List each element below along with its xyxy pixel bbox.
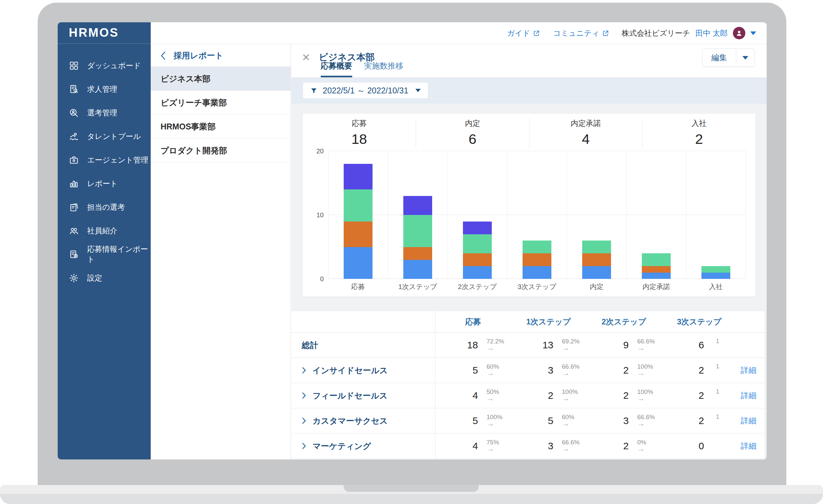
report-item-1[interactable]: ビズリーチ事業部	[151, 91, 291, 115]
laptop-base-notch	[344, 485, 479, 492]
external-link-icon	[602, 30, 609, 37]
user-name[interactable]: 田中 太郎	[695, 28, 728, 38]
x-axis-label: 内定承諾	[626, 282, 686, 291]
value-cell-3: 61	[661, 339, 737, 351]
chart-band-0: 応募	[328, 151, 388, 279]
back-chevron-icon[interactable]	[161, 51, 166, 60]
bar-segment	[642, 253, 671, 266]
tab-0[interactable]: 応募概要	[321, 61, 352, 77]
sidebar-item-settings[interactable]: 設定	[58, 266, 151, 290]
row-label[interactable]: フィールドセールス	[313, 390, 387, 401]
right-arrow-icon: →	[637, 419, 655, 427]
expand-chevron-icon[interactable]	[302, 443, 306, 449]
stat-label: 入社	[692, 118, 707, 129]
sidebar-item-job-management[interactable]: 求人管理	[58, 77, 151, 101]
bar-segment	[403, 196, 432, 215]
user-menu-caret-icon[interactable]	[750, 31, 756, 35]
sidebar-item-label: ダッシュボード	[87, 61, 141, 71]
right-arrow-icon: →	[562, 445, 580, 453]
edit-button[interactable]: 編集	[702, 49, 736, 66]
report-item-3[interactable]: プロダクト開発部	[151, 139, 291, 163]
detail-link[interactable]: 詳細	[741, 391, 757, 400]
y-axis-tick-20: 20	[309, 148, 324, 155]
x-axis-label: 応募	[328, 282, 388, 291]
detail-link[interactable]: 詳細	[741, 442, 757, 450]
y-axis-tick-0: 0	[309, 275, 324, 283]
detail-link[interactable]: 詳細	[741, 416, 757, 425]
bar-segment	[523, 253, 551, 266]
detail-link[interactable]: 詳細	[741, 366, 757, 374]
report-item-2[interactable]: HRMOS事業部	[151, 115, 291, 139]
tab-1[interactable]: 実施数推移	[364, 61, 403, 77]
sidebar-item-label: 社員紹介	[87, 226, 117, 236]
bar-segment	[523, 266, 551, 279]
row-label-cell: マーケティング	[291, 434, 436, 459]
conversion-rate: 75%→	[487, 439, 499, 453]
x-axis-label: 2次ステップ	[448, 282, 507, 291]
date-range-filter[interactable]: 2022/5/1 ～ 2022/10/31	[303, 82, 428, 98]
content-area: 応募18内定6内定承諾4入社2 01020応募1次ステップ2次ステップ3次ステッ…	[291, 104, 767, 460]
bar-segment	[642, 266, 671, 273]
right-arrow-icon: →	[637, 445, 646, 453]
report-item-label: HRMOS事業部	[161, 121, 215, 132]
row-label-cell: 総計	[291, 333, 436, 357]
report-panel-header: 採用レポート	[151, 44, 291, 67]
table-row-4: マーケティング475%→366.6%→20%→0詳細	[291, 434, 764, 459]
value-cell-2: 2100%→	[586, 363, 661, 377]
sidebar-item-screening-management[interactable]: 選考管理	[58, 101, 151, 125]
close-icon[interactable]: ✕	[302, 52, 310, 62]
table-row-1: インサイドセールス560%→366.6%→2100%→21詳細	[291, 358, 764, 383]
count-value: 2	[661, 390, 704, 401]
conversion-rate: 0%→	[637, 439, 646, 453]
sidebar-item-report[interactable]: レポート	[58, 172, 151, 195]
edit-menu-button[interactable]	[736, 49, 755, 66]
sidebar-item-agent-management[interactable]: エージェント管理	[58, 148, 151, 172]
count-value: 6	[661, 339, 704, 351]
value-cell-3: 21	[661, 415, 737, 426]
right-arrow-icon: →	[562, 419, 574, 427]
sidebar-item-application-import[interactable]: 応募情報インポート	[58, 242, 151, 266]
right-arrow-icon: →	[487, 369, 499, 377]
x-axis-label: 内定	[567, 282, 626, 291]
chart-band-4: 内定	[567, 151, 626, 279]
conversion-rate: 60%→	[562, 414, 574, 427]
count-value: 0	[661, 441, 704, 452]
filter-funnel-icon	[310, 87, 317, 94]
detail-cell: 詳細	[737, 441, 764, 451]
row-label[interactable]: インサイドセールス	[313, 365, 388, 376]
community-link[interactable]: コミュニティ	[553, 28, 609, 38]
stat-label: 内定	[465, 118, 480, 129]
expand-chevron-icon[interactable]	[302, 417, 306, 424]
report-item-0[interactable]: ビジネス本部	[151, 67, 291, 91]
count-value: 18	[436, 339, 478, 351]
row-label[interactable]: カスタマーサクセス	[313, 415, 388, 426]
sidebar-item-dashboard[interactable]: ダッシュボード	[58, 54, 151, 77]
chart-band-2: 2次ステップ	[448, 151, 507, 279]
report-icon	[69, 179, 79, 189]
stat-1: 内定6	[416, 118, 529, 148]
caret-down-icon	[743, 56, 748, 60]
sidebar-item-talent-pool[interactable]: タレントプール	[58, 125, 151, 148]
conversion-rate: 100%→	[562, 389, 578, 402]
edit-split-button[interactable]: 編集	[702, 48, 755, 67]
count-value: 13	[511, 339, 553, 351]
chart-band-1: 1次ステップ	[388, 151, 448, 279]
settings-icon	[69, 273, 79, 283]
guide-link[interactable]: ガイド	[507, 28, 540, 38]
sidebar-item-employee-referral[interactable]: 社員紹介	[58, 219, 151, 242]
expand-chevron-icon[interactable]	[302, 367, 306, 374]
value-cell-1: 1369.2%→	[511, 338, 586, 352]
sidebar-item-assigned-screening[interactable]: 担当の選考	[58, 195, 151, 219]
bar-segment	[344, 247, 372, 279]
user-avatar[interactable]	[733, 27, 746, 39]
conversion-rate: 69.2%→	[562, 338, 580, 352]
conversion-rate: 100%→	[637, 363, 653, 377]
value-cell-0: 560%→	[436, 363, 511, 377]
detail-cell: 詳細	[737, 365, 764, 375]
stat-value: 2	[695, 131, 703, 147]
table-header-2: 2次ステップ	[586, 317, 661, 327]
sidebar-item-label: タレントプール	[87, 131, 141, 142]
expand-chevron-icon[interactable]	[302, 392, 306, 399]
value-cell-0: 450%→	[436, 389, 511, 402]
row-label[interactable]: マーケティング	[313, 441, 371, 452]
